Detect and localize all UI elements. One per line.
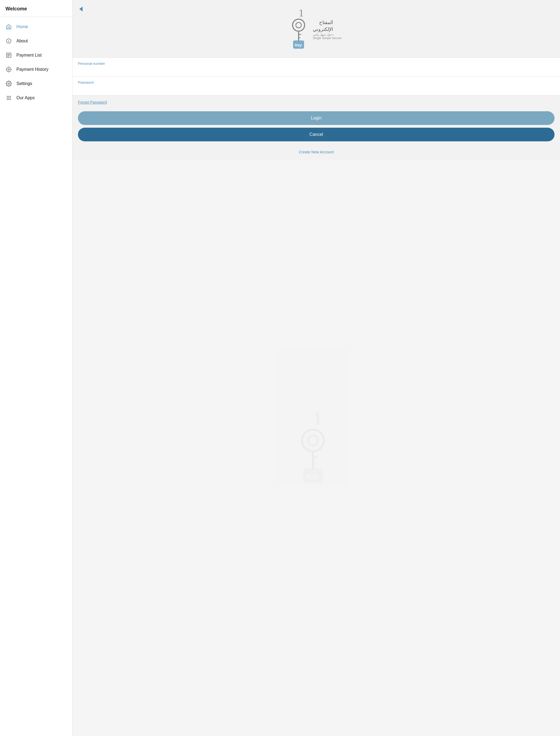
logo-english-sub: Single Simple Secure <box>313 36 342 40</box>
sidebar-item-settings[interactable]: Settings <box>0 77 72 91</box>
settings-icon <box>5 80 12 87</box>
back-button[interactable] <box>77 5 85 13</box>
svg-point-19 <box>10 97 11 98</box>
create-account-link[interactable]: Create New Account <box>299 150 334 154</box>
our-apps-icon <box>5 95 12 101</box>
svg-point-25 <box>296 22 301 28</box>
logo-arabic: المفتاح الإلكتروني <box>313 19 333 33</box>
personal-number-label: Personal number <box>78 62 555 66</box>
about-icon <box>5 38 12 44</box>
svg-point-33 <box>308 435 318 445</box>
svg-point-14 <box>7 96 8 97</box>
sidebar-item-our-apps[interactable]: Our Apps <box>0 91 72 105</box>
sidebar-header: Welcome <box>0 0 72 17</box>
forgot-password-link[interactable]: Forgot Password <box>78 100 107 104</box>
watermark-area: 1 Key <box>72 160 560 736</box>
svg-text:Key: Key <box>306 472 319 480</box>
sidebar-item-label-about: About <box>16 39 28 43</box>
logo-arabic-line2: الإلكتروني <box>313 26 333 33</box>
login-button[interactable]: Login <box>78 111 555 125</box>
buttons-area: Login Cancel <box>72 109 560 146</box>
svg-point-21 <box>8 99 9 100</box>
watermark-logo: 1 Key <box>278 410 355 486</box>
svg-point-17 <box>7 97 8 98</box>
sidebar-nav: Home About Paym <box>0 17 72 108</box>
password-label: Password <box>78 80 555 84</box>
logo-key-svg: 1 Key <box>291 8 310 51</box>
logo-arabic-line1: المفتاح <box>313 19 333 26</box>
home-icon <box>5 24 12 30</box>
svg-text:1: 1 <box>299 8 304 19</box>
sidebar-item-label-payment-history: Payment History <box>16 67 48 72</box>
svg-point-15 <box>8 96 9 97</box>
logo-area: 1 Key المفتاح الإلكتروني دخول سهل و <box>72 0 560 58</box>
logo-container: 1 Key المفتاح الإلكتروني دخول سهل و <box>291 8 342 51</box>
sidebar-item-home[interactable]: Home <box>0 20 72 34</box>
svg-point-18 <box>8 97 9 98</box>
svg-point-16 <box>10 96 11 97</box>
main-content: 1 Key المفتاح الإلكتروني دخول سهل و <box>72 0 560 736</box>
svg-point-7 <box>7 67 11 72</box>
sidebar: Welcome Home About <box>0 0 72 736</box>
create-account-area: Create New Account <box>72 146 560 160</box>
password-input[interactable] <box>78 86 555 92</box>
svg-point-13 <box>8 83 10 84</box>
sidebar-item-label-payment-list: Payment List <box>16 53 42 58</box>
personal-number-input[interactable] <box>78 67 555 74</box>
sidebar-item-payment-history[interactable]: Payment History <box>0 62 72 77</box>
sidebar-item-label-settings: Settings <box>16 81 32 86</box>
payment-list-icon <box>5 52 12 59</box>
sidebar-item-label-home: Home <box>16 24 28 29</box>
back-chevron-icon <box>79 7 83 11</box>
logo-arabic-sub: دخول سهل وآمن <box>313 33 334 36</box>
forgot-password-area: Forgot Password <box>72 95 560 109</box>
svg-text:1: 1 <box>313 410 322 429</box>
svg-text:Key: Key <box>295 43 302 47</box>
svg-point-22 <box>10 99 11 100</box>
svg-point-24 <box>293 19 305 31</box>
svg-point-32 <box>302 430 323 451</box>
form-area: Personal number Password <box>72 58 560 95</box>
password-group: Password <box>72 77 560 95</box>
cancel-button[interactable]: Cancel <box>78 128 555 141</box>
sidebar-item-label-our-apps: Our Apps <box>16 95 35 100</box>
svg-point-8 <box>8 69 10 70</box>
personal-number-group: Personal number <box>72 58 560 77</box>
logo-text: المفتاح الإلكتروني دخول سهل وآمن Single … <box>313 19 342 40</box>
payment-history-icon <box>5 66 12 73</box>
svg-point-20 <box>7 99 8 100</box>
sidebar-item-about[interactable]: About <box>0 34 72 48</box>
sidebar-item-payment-list[interactable]: Payment List <box>0 48 72 62</box>
sidebar-title: Welcome <box>5 6 27 11</box>
